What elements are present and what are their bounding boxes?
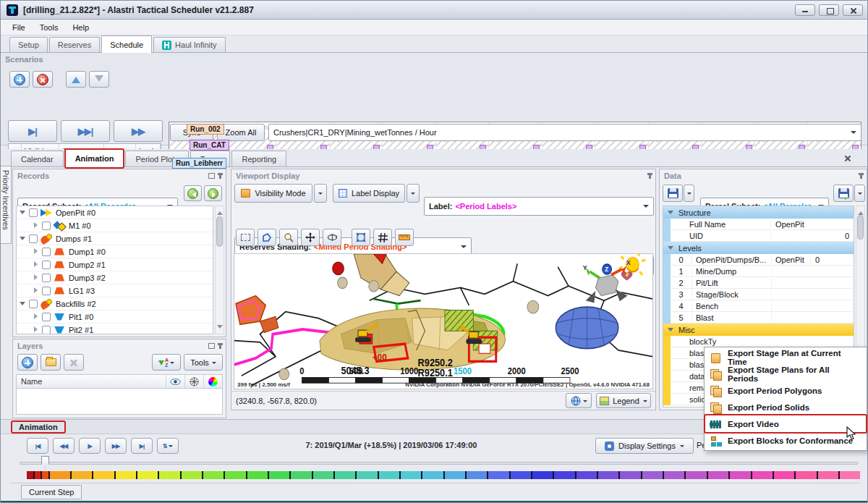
run-to-next-period-button[interactable]: ▶|: [8, 120, 57, 142]
scroll-down-icon[interactable]: [217, 325, 223, 331]
pin-icon[interactable]: [219, 173, 221, 179]
level-row[interactable]: 2Pit/Lift: [671, 277, 854, 289]
pin-icon[interactable]: [649, 173, 651, 179]
timeline-segment[interactable]: [796, 471, 817, 479]
timeline-segment[interactable]: [554, 471, 576, 479]
tree-item-dumps-1[interactable]: Dumps #1: [17, 232, 213, 245]
period-color-timeline[interactable]: [27, 471, 860, 479]
checkbox[interactable]: [42, 274, 51, 282]
expander-icon[interactable]: [33, 326, 39, 333]
save-data-button[interactable]: [663, 185, 683, 202]
level-row[interactable]: 0OpenPit/Dumps/B...OpenPit0: [671, 254, 854, 266]
menu-item-export-period-solids[interactable]: Export Period Solids: [705, 399, 866, 415]
timeline-segment[interactable]: [93, 471, 115, 479]
property-row[interactable]: blockTy: [671, 336, 854, 347]
pin-icon[interactable]: [219, 343, 221, 349]
add-scenario-button[interactable]: [9, 71, 30, 88]
timeline-segment[interactable]: [203, 471, 225, 479]
timeline-segment[interactable]: [72, 471, 93, 479]
pan-tool-button[interactable]: [301, 229, 320, 246]
timeline-segment[interactable]: [401, 471, 422, 479]
export-data-button[interactable]: [833, 185, 854, 202]
move-scenario-up-button[interactable]: [66, 71, 86, 88]
sort-layers-button[interactable]: AZ: [152, 354, 181, 371]
expander-icon[interactable]: [20, 300, 26, 307]
time-slider-track[interactable]: [20, 462, 859, 465]
delete-scenario-button[interactable]: [33, 71, 53, 88]
checkbox[interactable]: [42, 313, 51, 321]
timeline-segment[interactable]: [247, 471, 269, 479]
timeline-segment[interactable]: [357, 471, 378, 479]
timeline-segment[interactable]: [532, 471, 554, 479]
run-label-run-002[interactable]: Run_002: [187, 124, 224, 135]
tree-item-openpit-0[interactable]: OpenPit #0: [17, 206, 213, 219]
scrollbar-thumb[interactable]: [216, 216, 223, 247]
skip-to-end-button[interactable]: ▶|: [131, 438, 153, 454]
visibility-mode-button[interactable]: Visibility Mode: [234, 184, 312, 203]
timeline-segment[interactable]: [137, 471, 159, 479]
tab-schedule[interactable]: Schedule: [101, 35, 152, 53]
timeline-segment[interactable]: [840, 471, 860, 479]
label-selector[interactable]: Label: <Period Labels>: [424, 197, 654, 216]
menu-item-export-blocks-for-conformance[interactable]: Export Blocks for Conformance: [705, 432, 866, 449]
timeline-segment[interactable]: [50, 471, 72, 479]
section-header[interactable]: Misc: [663, 324, 854, 336]
current-step-tab[interactable]: Current Step: [21, 485, 82, 499]
minimize-button[interactable]: [795, 4, 815, 16]
series-selector[interactable]: Crushers|CR1_DRY|Mining_wetTonnes / Hour: [268, 124, 861, 141]
tree-item-dump1-0[interactable]: Dump1 #0: [17, 245, 213, 258]
tab-reserves[interactable]: Reserves: [49, 37, 100, 52]
timeline-segment[interactable]: [335, 471, 357, 479]
visibility-column-header[interactable]: [166, 375, 184, 388]
tab-haul-infinity[interactable]: Haul Infinity: [153, 37, 225, 52]
timeline-segment[interactable]: [313, 471, 335, 479]
tree-item-pit2-1[interactable]: Pit2 #1: [17, 324, 213, 334]
tab-calendar[interactable]: Calendar: [11, 151, 64, 166]
timeline-segment[interactable]: [159, 471, 181, 479]
measure-tool-button[interactable]: [395, 229, 414, 246]
timeline-segment[interactable]: [511, 471, 532, 479]
export-options-dropdown[interactable]: [854, 185, 865, 202]
shading-column-header[interactable]: [184, 375, 203, 388]
expander-icon[interactable]: [33, 274, 39, 281]
checkbox[interactable]: [29, 208, 38, 217]
timeline-segment[interactable]: [467, 471, 488, 479]
timeline-segment[interactable]: [116, 471, 137, 479]
zoom-all-button[interactable]: Zoom All: [217, 124, 265, 141]
expander-icon[interactable]: [33, 248, 39, 255]
timeline-segment[interactable]: [620, 471, 642, 479]
property-row[interactable]: Full NameOpenPit: [671, 219, 854, 230]
level-row[interactable]: 4Bench: [671, 300, 854, 312]
timeline-segment[interactable]: [225, 471, 247, 479]
delete-layer-button[interactable]: [64, 354, 84, 371]
scrollbar-thumb[interactable]: [857, 215, 864, 240]
section-header[interactable]: Structure: [663, 206, 854, 219]
priority-incentives-tab[interactable]: Priority Incentives: [1, 166, 12, 244]
expander-icon[interactable]: [20, 209, 26, 216]
move-scenario-down-button[interactable]: [89, 71, 109, 88]
zoom-tool-button[interactable]: [279, 229, 298, 246]
menu-item-export-stage-plan-at-current-time[interactable]: Export Stage Plan at Current Time: [705, 349, 866, 365]
color-column-header[interactable]: [203, 375, 222, 388]
scroll-up-icon[interactable]: [217, 208, 223, 215]
run-label-run-leibherr[interactable]: Run_Leibherr: [172, 158, 226, 169]
timeline-segment[interactable]: [818, 471, 840, 479]
legend-button[interactable]: Legend: [596, 393, 651, 408]
viewport-canvas[interactable]: Y X Z +00 R9250.2 R9250.1 5045.3 0: [234, 253, 653, 389]
timeline-segment[interactable]: [664, 471, 686, 479]
checkbox[interactable]: [42, 248, 51, 256]
checkbox[interactable]: [29, 234, 38, 243]
visibility-mode-dropdown[interactable]: [314, 184, 327, 203]
timeline-segment[interactable]: [708, 471, 730, 479]
tree-item-pit1-0[interactable]: Pit1 #0: [17, 310, 213, 324]
add-layer-button[interactable]: [17, 354, 38, 371]
save-options-dropdown[interactable]: [684, 185, 694, 202]
timeline-segment[interactable]: [27, 471, 35, 479]
polygon-select-tool-button[interactable]: [258, 229, 276, 246]
checkbox[interactable]: [42, 221, 51, 230]
expander-icon[interactable]: [668, 245, 674, 251]
records-scrollbar[interactable]: [215, 206, 224, 334]
timeline-segment[interactable]: [422, 471, 444, 479]
tree-item-lg1-3[interactable]: LG1 #3: [17, 284, 213, 297]
tree-item-dump3-2[interactable]: Dump3 #2: [17, 271, 213, 284]
